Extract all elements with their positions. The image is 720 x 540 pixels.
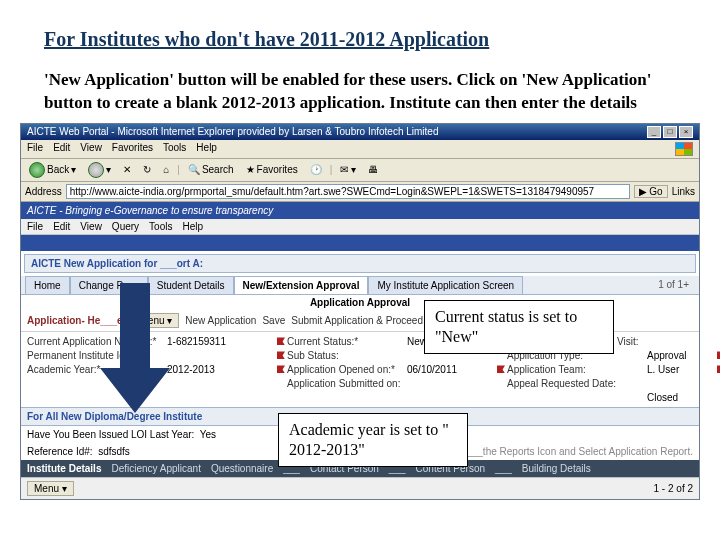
label-submitted-on: Application Submitted on: <box>287 378 407 389</box>
minimize-button[interactable]: _ <box>647 126 661 138</box>
label-appeal-date: Appeal Requested Date: <box>507 378 647 389</box>
value-app-number: 1-682159311 <box>167 336 277 347</box>
callout-status: Current status is set to "New" <box>424 300 614 354</box>
value-academic-year: 2012-2013 <box>167 364 277 375</box>
address-input[interactable] <box>66 184 630 199</box>
tab-home[interactable]: Home <box>25 276 70 294</box>
value-closed: Closed <box>647 392 717 403</box>
bottom-counter: 1 - 2 of 2 <box>654 483 693 494</box>
print-button[interactable]: 🖶 <box>364 163 382 176</box>
ie-toolbar: Back ▾ ▾ ✕ ↻ ⌂ | 🔍 Search ★ Favorites 🕑 … <box>21 159 699 182</box>
address-bar-row: Address ▶ Go Links <box>21 182 699 202</box>
ie-menubar: File Edit View Favorites Tools Help <box>21 140 699 159</box>
bottom-bar: Menu ▾ 1 - 2 of 2 <box>21 477 699 499</box>
blue-strip <box>21 235 699 251</box>
window-title: AICTE Web Portal - Microsoft Internet Ex… <box>27 126 439 137</box>
app-menu-file[interactable]: File <box>27 221 43 232</box>
menu-view[interactable]: View <box>80 142 102 156</box>
tab-change-password[interactable]: Change Pass <box>70 276 148 294</box>
applet-subtitle: AICTE New Application for ___ort A: <box>24 254 696 273</box>
go-button[interactable]: ▶ Go <box>634 185 668 198</box>
value-opened-on: 06/10/2011 <box>407 364 497 375</box>
new-application-button[interactable]: New Application <box>185 315 256 326</box>
forward-button[interactable]: ▾ <box>84 161 115 179</box>
close-button[interactable]: × <box>679 126 693 138</box>
required-flag-icon <box>277 365 285 373</box>
maximize-button[interactable]: □ <box>663 126 677 138</box>
value-app-type: Approval <box>647 350 717 361</box>
aicte-banner: AICTE - Bringing e-Governance to ensure … <box>21 202 699 219</box>
app-menu-edit[interactable]: Edit <box>53 221 70 232</box>
required-flag-icon <box>277 351 285 359</box>
label-opened-on: Application Opened on:* <box>287 364 407 375</box>
report-hint: ___the Reports Icon and Select Applicati… <box>466 446 693 457</box>
home-button[interactable]: ⌂ <box>159 163 173 176</box>
app-menu-view[interactable]: View <box>80 221 102 232</box>
label-app-team: Application Team: <box>507 364 647 375</box>
menu-file[interactable]: File <box>27 142 43 156</box>
required-flag-icon <box>497 365 505 373</box>
page-heading: For Institutes who don't have 2011-2012 … <box>0 0 720 59</box>
dtab-deficiency[interactable]: Deficiency Applicant <box>111 463 201 474</box>
tab-new-extension[interactable]: New/Extension Approval <box>234 276 369 294</box>
window-titlebar: AICTE Web Portal - Microsoft Internet Ex… <box>21 124 699 140</box>
label-ref: Reference Id#: <box>27 446 93 457</box>
callout-academic-year: Academic year is set to " 2012-2013" <box>278 413 468 467</box>
app-menu-query[interactable]: Query <box>112 221 139 232</box>
intro-text: 'New Application' button will be enabled… <box>0 59 720 123</box>
dtab-building[interactable]: Building Details <box>522 463 591 474</box>
stop-button[interactable]: ✕ <box>119 163 135 176</box>
app-menu-tools[interactable]: Tools <box>149 221 172 232</box>
label-sub-status: Sub Status: <box>287 350 407 361</box>
history-button[interactable]: 🕑 <box>306 163 326 176</box>
value-app-team: L. User <box>647 364 717 375</box>
application-header-label: Application- He___er <box>27 315 126 326</box>
app-menu-help[interactable]: Help <box>182 221 203 232</box>
refresh-button[interactable]: ↻ <box>139 163 155 176</box>
dtab-questionnaire[interactable]: Questionnaire <box>211 463 273 474</box>
label-perm-id: Permanent Institute Id: <box>27 350 167 361</box>
value-loi: Yes <box>200 429 216 440</box>
value-ref: sdfsdfs <box>98 446 130 457</box>
links-label[interactable]: Links <box>672 186 695 197</box>
menu-favorites[interactable]: Favorites <box>112 142 153 156</box>
app-menubar: File Edit View Query Tools Help <box>21 219 699 235</box>
label-academic-year: Academic Year:* <box>27 364 167 375</box>
windows-logo-icon <box>675 142 693 156</box>
dtab-institute[interactable]: Institute Details <box>27 463 101 474</box>
back-button[interactable]: Back ▾ <box>25 161 80 179</box>
address-label: Address <box>25 186 62 197</box>
menu-tools[interactable]: Tools <box>163 142 186 156</box>
menu-edit[interactable]: Edit <box>53 142 70 156</box>
tab-my-institute[interactable]: My Institute Application Screen <box>368 276 523 294</box>
tab-student-details[interactable]: Student Details <box>148 276 234 294</box>
required-flag-icon <box>277 337 285 345</box>
save-button[interactable]: Save <box>262 315 285 326</box>
record-counter: 1 of 1+ <box>652 276 695 294</box>
label-current-status: Current Status:* <box>287 336 407 347</box>
label-app-number: Current Application Number:* <box>27 336 167 347</box>
menu-help[interactable]: Help <box>196 142 217 156</box>
dtab-8[interactable]: ___ <box>495 463 512 474</box>
bottom-menu-button[interactable]: Menu ▾ <box>27 481 74 496</box>
search-button[interactable]: 🔍 Search <box>184 163 238 176</box>
nav-tabs: Home Change Pass Student Details New/Ext… <box>21 276 699 295</box>
label-loi: Have You Been Issued LOI Last Year: <box>27 429 194 440</box>
favorites-button[interactable]: ★ Favorites <box>242 163 302 176</box>
mail-button[interactable]: ✉ ▾ <box>336 163 360 176</box>
menu-button[interactable]: Menu ▾ <box>132 313 179 328</box>
